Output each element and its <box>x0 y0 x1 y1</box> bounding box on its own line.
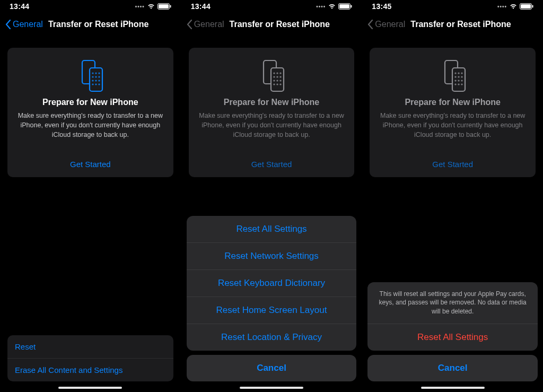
nav-title: Transfer or Reset iPhone <box>48 20 148 29</box>
svg-rect-1 <box>159 4 169 8</box>
svg-point-5 <box>93 73 93 74</box>
cancel-button[interactable]: Cancel <box>367 355 538 381</box>
svg-point-31 <box>274 84 275 85</box>
svg-rect-19 <box>351 5 352 8</box>
prepare-card: Prepare for New iPhone Make sure everyth… <box>370 48 536 177</box>
svg-point-50 <box>461 84 462 85</box>
chevron-left-icon <box>187 19 193 30</box>
svg-point-25 <box>274 77 275 77</box>
iphone-transfer-icon <box>197 57 346 92</box>
status-time: 13:44 <box>10 2 29 11</box>
svg-point-12 <box>96 81 97 81</box>
svg-rect-38 <box>452 68 465 91</box>
wifi-icon <box>147 3 155 10</box>
reset-location-privacy-option[interactable]: Reset Location & Privacy <box>187 324 357 351</box>
wifi-icon <box>509 3 518 10</box>
get-started-button[interactable]: Get Started <box>378 154 527 170</box>
reset-network-settings-option[interactable]: Reset Network Settings <box>187 242 357 269</box>
status-time: 13:44 <box>191 2 211 11</box>
nav-bar: General Transfer or Reset iPhone <box>362 13 543 36</box>
chevron-left-icon <box>367 19 374 30</box>
svg-point-39 <box>455 73 456 74</box>
back-label: General <box>13 20 43 29</box>
home-indicator[interactable] <box>421 387 485 389</box>
svg-point-48 <box>455 84 456 85</box>
svg-rect-18 <box>339 4 349 8</box>
prepare-title: Prepare for New iPhone <box>378 98 527 107</box>
cellular-dots-icon: •••• <box>497 4 507 10</box>
cellular-dots-icon: •••• <box>135 4 145 10</box>
home-indicator[interactable] <box>58 387 122 389</box>
back-button[interactable]: General <box>186 17 225 32</box>
prepare-title: Prepare for New iPhone <box>197 98 346 107</box>
battery-icon <box>338 3 352 10</box>
cancel-button[interactable]: Cancel <box>187 355 357 381</box>
nav-bar: General Transfer or Reset iPhone <box>0 13 181 36</box>
iphone-transfer-icon <box>378 57 527 92</box>
svg-point-6 <box>96 73 97 74</box>
svg-point-9 <box>96 77 97 77</box>
cellular-dots-icon: •••• <box>316 4 326 10</box>
prepare-body: Make sure everything's ready to transfer… <box>197 111 346 140</box>
erase-row[interactable]: Erase All Content and Settings <box>7 358 173 381</box>
status-bar: 13:45 •••• <box>362 0 543 13</box>
prepare-body: Make sure everything's ready to transfer… <box>16 111 165 140</box>
svg-point-26 <box>277 77 278 77</box>
svg-point-22 <box>274 73 275 74</box>
svg-point-32 <box>277 84 278 85</box>
svg-point-49 <box>458 84 459 85</box>
screen-reset-options: 13:44 •••• General Transfer or Reset iPh… <box>181 0 363 392</box>
svg-point-15 <box>96 84 97 85</box>
status-bar: 13:44 •••• <box>181 0 362 13</box>
svg-point-46 <box>458 81 459 81</box>
svg-point-41 <box>461 73 462 74</box>
svg-point-45 <box>455 81 456 81</box>
svg-point-23 <box>277 73 278 74</box>
prepare-card: Prepare for New iPhone Make sure everyth… <box>189 48 355 177</box>
get-started-button[interactable]: Get Started <box>16 154 165 170</box>
svg-point-43 <box>458 77 459 77</box>
back-label: General <box>194 20 224 29</box>
reset-home-screen-option[interactable]: Reset Home Screen Layout <box>187 297 357 324</box>
reset-row[interactable]: Reset <box>7 335 173 358</box>
svg-point-8 <box>93 77 93 77</box>
svg-point-16 <box>99 84 100 85</box>
nav-bar: General Transfer or Reset iPhone <box>181 13 362 36</box>
svg-point-27 <box>281 77 281 77</box>
home-indicator[interactable] <box>240 387 303 389</box>
battery-icon <box>520 3 533 10</box>
svg-point-11 <box>93 81 93 81</box>
nav-title: Transfer or Reset iPhone <box>410 20 511 29</box>
get-started-button[interactable]: Get Started <box>197 154 346 170</box>
chevron-left-icon <box>5 19 12 30</box>
back-button[interactable]: General <box>4 17 44 32</box>
svg-point-10 <box>99 77 100 77</box>
svg-point-33 <box>281 84 281 85</box>
svg-point-47 <box>461 81 462 81</box>
svg-point-40 <box>458 73 459 74</box>
screen-transfer-reset: 13:44 •••• General Transfer or Reset iPh… <box>0 0 181 392</box>
svg-point-42 <box>455 77 456 77</box>
svg-point-14 <box>93 84 93 85</box>
svg-rect-2 <box>170 5 171 8</box>
prepare-card: Prepare for New iPhone Make sure everyth… <box>7 48 173 177</box>
svg-point-44 <box>461 77 462 77</box>
reset-keyboard-option[interactable]: Reset Keyboard Dictionary <box>187 269 357 297</box>
back-button[interactable]: General <box>366 17 406 32</box>
svg-point-29 <box>277 81 278 81</box>
reset-all-settings-option[interactable]: Reset All Settings <box>187 216 357 242</box>
confirm-message: This will reset all settings and your Ap… <box>367 282 538 324</box>
status-bar: 13:44 •••• <box>0 0 181 13</box>
nav-title: Transfer or Reset iPhone <box>230 20 330 29</box>
svg-point-24 <box>281 73 281 74</box>
confirm-reset-all-button[interactable]: Reset All Settings <box>367 324 538 351</box>
wifi-icon <box>328 3 336 10</box>
battery-icon <box>157 3 171 10</box>
prepare-title: Prepare for New iPhone <box>16 98 165 107</box>
svg-point-30 <box>281 81 281 81</box>
svg-rect-35 <box>521 4 531 8</box>
prepare-body: Make sure everything's ready to transfer… <box>378 111 527 140</box>
svg-rect-4 <box>90 68 102 91</box>
confirm-action-sheet: This will reset all settings and your Ap… <box>367 282 538 381</box>
reset-action-sheet: Reset All Settings Reset Network Setting… <box>187 216 357 381</box>
